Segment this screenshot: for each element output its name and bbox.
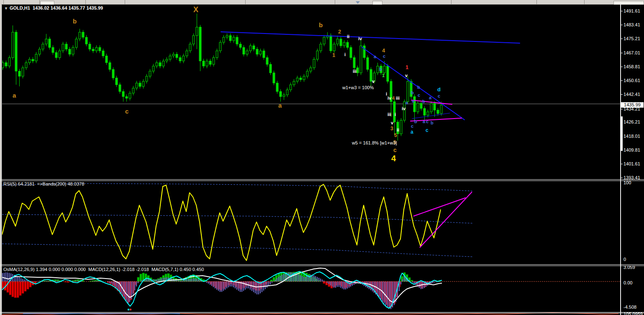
panel-divider[interactable] [0, 179, 644, 180]
candle-body[interactable] [333, 44, 335, 51]
wave-label[interactable]: a [374, 54, 376, 59]
candle-body[interactable] [316, 51, 318, 59]
candle-body[interactable] [263, 51, 265, 57]
candle-body[interactable] [343, 42, 345, 46]
candle-body[interactable] [122, 91, 124, 96]
candle-body[interactable] [32, 59, 34, 61]
panel-divider[interactable] [0, 264, 644, 265]
candle-body[interactable] [166, 59, 168, 61]
trendline[interactable] [411, 118, 462, 121]
candle-body[interactable] [310, 68, 312, 71]
candle-body[interactable] [146, 76, 148, 81]
wave-label[interactable]: iv [387, 96, 391, 101]
candle-body[interactable] [12, 32, 14, 58]
wave-label[interactable]: b [379, 67, 382, 72]
wave-label[interactable]: b [319, 22, 323, 28]
wave-label[interactable]: a [405, 101, 408, 105]
candle-body[interactable] [259, 51, 262, 54]
candle-body[interactable] [346, 42, 349, 47]
wave-label[interactable]: i [386, 92, 387, 96]
wave-label[interactable]: b [411, 90, 414, 95]
candle-body[interactable] [22, 68, 24, 76]
candle-body[interactable] [28, 59, 31, 63]
wave-label[interactable]: iii [396, 96, 400, 101]
wave-label[interactable]: v [391, 121, 393, 125]
candle-body[interactable] [203, 61, 205, 66]
panel-divider[interactable] [0, 313, 644, 313]
wave-label[interactable]: 4 [382, 48, 385, 53]
wave-label[interactable]: c [411, 124, 413, 129]
candle-body[interactable] [377, 66, 379, 73]
trendline[interactable] [362, 47, 464, 120]
candle-body[interactable] [407, 81, 409, 102]
candle-body[interactable] [18, 71, 21, 76]
candle-body[interactable] [72, 47, 74, 54]
candle-body[interactable] [199, 27, 201, 61]
candle-body[interactable] [290, 85, 292, 90]
rsi-trendline[interactable] [420, 192, 472, 248]
wave-label[interactable]: v [405, 73, 408, 78]
candle-body[interactable] [8, 57, 10, 66]
candle-body[interactable] [296, 78, 298, 81]
candle-body[interactable] [350, 47, 352, 57]
candle-body[interactable] [109, 63, 111, 70]
candle-body[interactable] [430, 103, 432, 112]
wave-label[interactable]: iii [353, 69, 357, 74]
wave-label[interactable]: c [125, 108, 128, 114]
candle-body[interactable] [383, 66, 385, 73]
candle-body[interactable] [55, 52, 57, 57]
candle-body[interactable] [89, 44, 91, 49]
candle-body[interactable] [336, 39, 339, 44]
candle-body[interactable] [306, 71, 308, 76]
candle-body[interactable] [236, 37, 238, 44]
candle-body[interactable] [129, 93, 131, 98]
candle-body[interactable] [45, 39, 47, 44]
trendline[interactable] [221, 32, 520, 43]
candle-body[interactable] [293, 81, 295, 85]
candle-body[interactable] [269, 65, 272, 73]
wave-label[interactable]: c [393, 147, 397, 153]
candle-body[interactable] [5, 63, 7, 66]
candle-body[interactable] [102, 51, 104, 56]
wave-label[interactable]: a [429, 96, 431, 100]
candle-body[interactable] [440, 105, 442, 114]
candle-body[interactable] [152, 66, 154, 71]
candle-body[interactable] [216, 51, 218, 57]
candle-body[interactable] [126, 97, 128, 98]
candle-body[interactable] [156, 63, 158, 66]
candle-body[interactable] [276, 83, 278, 91]
wave-label[interactable]: b [73, 18, 77, 24]
candle-body[interactable] [42, 44, 44, 49]
candle-body[interactable] [239, 44, 241, 47]
candle-body[interactable] [136, 83, 138, 88]
wave-label[interactable]: b [417, 85, 420, 90]
candle-body[interactable] [243, 47, 245, 54]
candle-body[interactable] [92, 49, 94, 51]
wave-label[interactable]: X [193, 6, 198, 13]
candle-body[interactable] [330, 36, 332, 51]
candle-body[interactable] [313, 59, 315, 68]
candle-body[interactable] [256, 49, 258, 54]
wave-label[interactable]: w1+w3 = 100% [342, 85, 374, 90]
candle-body[interactable] [323, 37, 325, 44]
wave-label[interactable]: b [431, 121, 434, 125]
candle-body[interactable] [159, 63, 161, 66]
candle-body[interactable] [229, 36, 231, 41]
wave-label[interactable]: 1 [405, 65, 408, 70]
wave-label[interactable]: 1 [382, 73, 385, 78]
candle-body[interactable] [112, 70, 114, 78]
candle-body[interactable] [132, 88, 134, 93]
candle-body[interactable] [320, 44, 322, 51]
candle-body[interactable] [119, 85, 121, 91]
candle-body[interactable] [209, 61, 211, 65]
candle-body[interactable] [192, 36, 195, 44]
chevron-down-icon[interactable]: ▼ [4, 6, 8, 10]
wave-label[interactable]: a [13, 92, 16, 98]
candle-body[interactable] [400, 120, 402, 134]
wave-label[interactable]: iv [358, 36, 362, 41]
candle-body[interactable] [420, 103, 422, 108]
candle-body[interactable] [49, 39, 51, 47]
candle-body[interactable] [427, 112, 429, 115]
wave-label[interactable]: i [344, 52, 346, 57]
wave-label[interactable]: c [426, 128, 428, 133]
